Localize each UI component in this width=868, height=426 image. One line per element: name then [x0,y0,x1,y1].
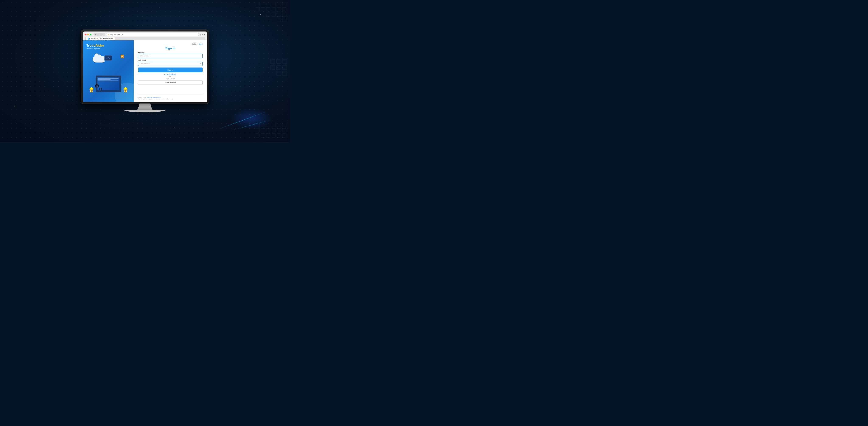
star [35,11,35,12]
svg-rect-20 [267,123,270,127]
svg-rect-41 [283,65,287,69]
svg-rect-31 [261,134,265,138]
svg-rect-17 [282,18,286,22]
forgot-password-link[interactable]: Forgot Password? [138,73,203,75]
svg-rect-48 [125,123,128,126]
svg-rect-2 [267,2,270,6]
language-selector[interactable]: English [191,43,196,44]
illus-line-1 [98,78,119,79]
svg-rect-3 [272,2,276,6]
password-field[interactable]: Enter password [138,62,203,66]
svg-rect-29 [282,128,286,132]
svg-rect-37 [277,59,281,64]
tab-bar: T TradeAider - More than Inspection [85,37,205,40]
login-link[interactable]: Log in [198,43,203,44]
svg-rect-1 [261,2,265,6]
service-email-link[interactable]: pro@mail.tradeaider.com [147,96,161,98]
brand-trade: Trade [86,43,95,47]
svg-rect-12 [267,13,270,17]
browser-toolbar: ☰ ‹ › 🔒 web.tradeaider.com ↑ ⊕ + [85,33,205,36]
star [101,121,102,121]
close-button[interactable] [85,33,86,35]
svg-rect-38 [283,59,287,64]
svg-rect-13 [272,13,276,17]
svg-rect-34 [277,134,281,138]
sidebar-toggle[interactable]: ☰ [94,33,97,36]
svg-rect-15 [282,13,286,17]
svg-rect-11 [282,7,286,11]
nav-controls: ☰ ‹ › [94,33,104,36]
person-left-icon: 👷 [89,87,94,92]
website-content: TradeAider More than Inspection </> 📶 [83,40,207,102]
share-icon[interactable]: ↑ [200,33,201,35]
password-input-wrap: Enter password 👁 [138,62,203,66]
brand-logo: TradeAider [86,43,130,47]
svg-rect-21 [272,123,276,127]
monitor-bezel: ☰ ‹ › 🔒 web.tradeaider.com ↑ ⊕ + T [81,30,209,103]
code-icon: </> [104,55,112,61]
account-label: * Account [138,52,203,53]
maximize-button[interactable] [90,33,91,35]
monitor-stand [134,103,155,110]
svg-rect-5 [282,2,286,6]
password-form-group: * Password Enter password 👁 [138,60,203,66]
not-member-text: Not a member [138,78,203,79]
svg-rect-36 [271,59,275,64]
site-footer: Service Email: pro@mail.tradeaider.com ©… [138,94,203,99]
svg-rect-39 [271,65,275,69]
email-placeholder: Enter your email [140,54,151,58]
svg-rect-45 [125,2,128,5]
svg-rect-51 [120,133,123,136]
svg-rect-43 [283,71,287,75]
svg-rect-35 [282,134,286,138]
cloud-shape [93,56,105,62]
browser-chrome: ☰ ‹ › 🔒 web.tradeaider.com ↑ ⊕ + T [83,31,207,40]
address-bar[interactable]: 🔒 web.tradeaider.com [106,33,199,36]
illus-line-2 [98,79,111,80]
svg-rect-40 [277,65,281,69]
browser-actions: ↑ ⊕ + [200,33,205,35]
or-divider: Or [138,76,203,77]
gear-small-icon: ⚙ [99,87,102,91]
svg-rect-50 [125,128,128,131]
login-panel: English | Log in Sign In * Account Enter… [134,40,207,102]
svg-rect-44 [120,2,123,5]
zoom-icon[interactable]: ⊕ [202,33,204,35]
new-tab-icon[interactable]: + [204,33,205,35]
svg-rect-47 [120,123,123,126]
footer-service-email: Service Email: pro@mail.tradeaider.com [138,96,203,98]
minimize-button[interactable] [87,33,89,35]
svg-rect-18 [256,123,260,127]
account-form-group: * Account Enter your email [138,52,203,58]
toggle-password-icon[interactable]: 👁 [199,63,201,65]
svg-rect-32 [267,134,270,138]
forward-button[interactable]: › [101,33,104,36]
back-button[interactable]: ‹ [97,33,101,36]
svg-rect-6 [256,7,260,11]
svg-rect-14 [277,13,281,17]
svg-rect-4 [277,2,281,6]
sign-in-title: Sign In [138,46,203,50]
wifi-icon: 📶 [121,54,124,58]
site-topbar: English | Log in [138,43,203,44]
svg-rect-16 [277,18,281,22]
svg-rect-26 [267,128,270,132]
traffic-lights [85,33,91,35]
svg-rect-28 [277,128,281,132]
monitor-base [124,110,166,112]
svg-rect-22 [277,123,281,127]
url-text: web.tradeaider.com [110,34,123,35]
footer-copyright: ©2019 Antai Xinjiang Inspection Co., Ltd… [138,98,203,99]
svg-rect-9 [272,7,276,11]
svg-rect-7 [261,7,265,11]
svg-rect-46 [120,7,123,10]
illus-line-3 [98,81,119,82]
password-label: * Password [138,60,203,61]
active-tab[interactable]: T TradeAider - More than Inspection [86,37,115,40]
svg-rect-49 [120,128,123,131]
star [23,57,24,57]
email-field[interactable]: Enter your email [138,54,203,58]
sign-in-button[interactable]: Sign In [138,67,203,72]
create-account-button[interactable]: Create Account [138,81,203,85]
svg-rect-27 [272,128,276,132]
